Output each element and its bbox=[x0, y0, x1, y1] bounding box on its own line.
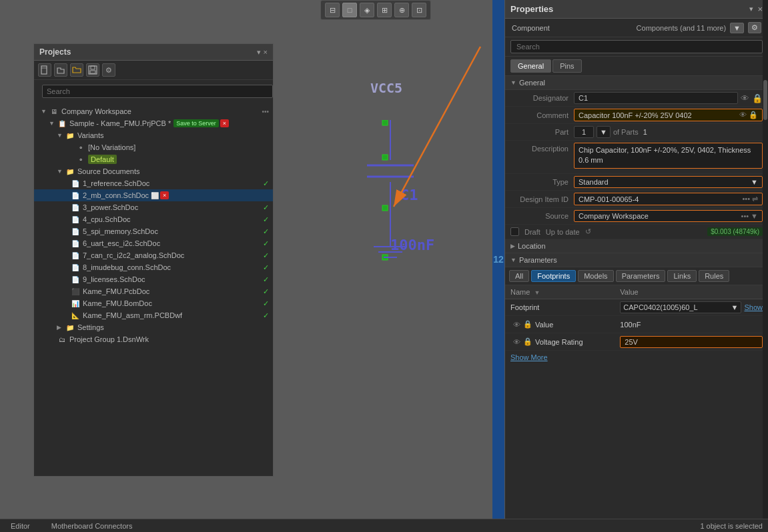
net-btn[interactable]: ⊕ bbox=[394, 3, 409, 17]
properties-scrollbar[interactable] bbox=[763, 0, 768, 532]
wire-btn[interactable]: ◈ bbox=[360, 3, 374, 17]
components-settings-btn[interactable]: ⚙ bbox=[748, 22, 761, 33]
footprint-dropdown[interactable]: CAPC0402(1005)60_L ▼ bbox=[620, 301, 741, 313]
parameters-table: Name ▼ Value Footprint CAPC0402(1005)60_… bbox=[505, 285, 768, 351]
tree-sch-3[interactable]: 📄 3_power.SchDoc ✓ bbox=[34, 201, 273, 213]
params-tab-rules[interactable]: Rules bbox=[699, 270, 729, 282]
tab-pins[interactable]: Pins bbox=[552, 59, 581, 73]
tree-project-group[interactable]: 🗂 Project Group 1.DsnWrk bbox=[34, 333, 273, 345]
rect-select-btn[interactable]: □ bbox=[342, 3, 357, 17]
tree-workspace[interactable]: ▼ 🖥 Company Workspace ••• bbox=[34, 105, 273, 117]
type-select[interactable]: Standard ▼ bbox=[574, 176, 763, 188]
status-tab-motherboard[interactable]: Motherboard Connectors bbox=[46, 519, 138, 532]
status-tab-editor[interactable]: Editor bbox=[5, 519, 35, 532]
col-value-header[interactable]: Value bbox=[615, 285, 768, 299]
params-tab-parameters[interactable]: Parameters bbox=[616, 270, 666, 282]
designator-eye-btn[interactable]: 👁 bbox=[741, 93, 749, 103]
footprint-value-wrapper: CAPC0402(1005)60_L ▼ Show bbox=[620, 301, 763, 313]
tree-sch-6[interactable]: 📄 6_uart_esc_i2c.SchDoc ✓ bbox=[34, 237, 273, 249]
tree-source-docs[interactable]: ▼ 📁 Source Documents bbox=[34, 165, 273, 177]
source-field[interactable]: Company Workspace ••• ▼ bbox=[574, 210, 763, 222]
panel-close-btn[interactable]: × bbox=[264, 48, 268, 56]
open-file-btn[interactable] bbox=[54, 63, 67, 77]
comment-icons: 👁 🔒 bbox=[739, 111, 758, 119]
components-filter-btn[interactable]: ▼ bbox=[730, 23, 744, 33]
tree-default-variant[interactable]: ⚬ Default bbox=[34, 153, 273, 165]
tree-sch-1[interactable]: 📄 1_reference.SchDoc ✓ bbox=[34, 177, 273, 189]
designator-label: Designator bbox=[510, 94, 574, 102]
filter-btn[interactable]: ⊟ bbox=[325, 3, 340, 17]
value-param-value: 100nF bbox=[620, 321, 641, 329]
design-item-id-field[interactable]: CMP-001-00065-4 ••• ⇌ bbox=[574, 193, 763, 205]
bus-btn[interactable]: ⊞ bbox=[377, 3, 392, 17]
tab-general[interactable]: General bbox=[510, 59, 551, 73]
draft-label: Draft bbox=[524, 228, 540, 236]
new-file-btn[interactable] bbox=[38, 63, 51, 77]
draft-checkbox[interactable] bbox=[510, 227, 519, 236]
project-close-btn[interactable]: × bbox=[220, 119, 229, 127]
tree-project[interactable]: ▼ 📋 Sample - Kame_FMU.PrjPCB * Save to S… bbox=[34, 117, 273, 129]
design-id-more-icon[interactable]: ••• bbox=[742, 195, 750, 203]
col-name-header[interactable]: Name ▼ bbox=[505, 285, 615, 299]
tree-variants[interactable]: ▼ 📁 Variants bbox=[34, 129, 273, 141]
panel-pin-btn[interactable]: ▾ bbox=[257, 48, 261, 57]
settings-btn[interactable]: ⚙ bbox=[102, 63, 115, 77]
params-tab-models[interactable]: Models bbox=[578, 270, 613, 282]
save-btn[interactable] bbox=[86, 63, 99, 77]
tree-sch-4[interactable]: 📄 4_cpu.SchDoc ✓ bbox=[34, 213, 273, 225]
sch8-check: ✓ bbox=[263, 263, 269, 272]
workspace-menu-btn[interactable]: ••• bbox=[262, 108, 269, 115]
variants-folder-icon: 📁 bbox=[65, 131, 75, 140]
sch2-close-btn[interactable]: × bbox=[160, 191, 169, 199]
voltage-name-cell: 👁 🔒 Voltage Rating bbox=[505, 333, 615, 351]
tree-no-variations[interactable]: ⚬ [No Variations] bbox=[34, 141, 273, 153]
tree-sch-2[interactable]: 📄 2_mb_conn.SchDoc ⬜ × bbox=[34, 189, 273, 201]
voltage-value-field[interactable]: 25V bbox=[620, 336, 763, 348]
properties-pin-btn[interactable]: ▾ bbox=[749, 5, 753, 13]
voltage-lock-icon[interactable]: 🔒 bbox=[523, 337, 532, 346]
comment-field[interactable]: Capacitor 100nF +/-20% 25V 0402 👁 🔒 bbox=[574, 109, 763, 121]
source-row: Source Company Workspace ••• ▼ bbox=[505, 208, 768, 225]
save-to-server-btn[interactable]: Save to Server bbox=[173, 119, 219, 127]
tree-sch-5[interactable]: 📄 5_spi_memory.SchDoc ✓ bbox=[34, 225, 273, 237]
status-message: 1 object is selected bbox=[700, 522, 763, 530]
tree-sch-8[interactable]: 📄 8_imudebug_conn.SchDoc ✓ bbox=[34, 261, 273, 273]
value-eye-icon[interactable]: 👁 bbox=[513, 321, 520, 329]
designator-lock-btn[interactable]: 🔒 bbox=[752, 93, 763, 103]
footprint-show-link[interactable]: Show bbox=[744, 303, 763, 311]
part-input[interactable] bbox=[574, 126, 594, 138]
power-btn[interactable]: ⊡ bbox=[412, 3, 426, 17]
tree-settings[interactable]: ▶ 📁 Settings bbox=[34, 321, 273, 333]
parameters-section-header[interactable]: ▼ Parameters bbox=[505, 253, 768, 267]
value-param-name: Value bbox=[535, 321, 553, 329]
location-section-header[interactable]: ▶ Location bbox=[505, 239, 768, 253]
part-dropdown[interactable]: ▼ bbox=[597, 126, 611, 138]
tree-sch-9[interactable]: 📄 9_licenses.SchDoc ✓ bbox=[34, 273, 273, 285]
properties-search-input[interactable] bbox=[510, 40, 763, 53]
source-arrow-icon[interactable]: ▼ bbox=[751, 212, 758, 220]
projects-search-input[interactable] bbox=[42, 85, 273, 98]
voltage-eye-icon[interactable]: 👁 bbox=[513, 338, 520, 346]
comment-eye-icon[interactable]: 👁 bbox=[739, 111, 747, 119]
value-lock-icon[interactable]: 🔒 bbox=[523, 320, 532, 329]
source-more-icon[interactable]: ••• bbox=[741, 212, 749, 220]
open-folder-btn[interactable] bbox=[70, 63, 83, 77]
description-field[interactable]: Chip Capacitor, 100nF +/-20%, 25V, 0402,… bbox=[574, 143, 763, 169]
tree-sch-7[interactable]: 📄 7_can_rc_i2c2_analog.SchDoc ✓ bbox=[34, 249, 273, 261]
tree-bom[interactable]: 📊 Kame_FMU.BomDoc ✓ bbox=[34, 297, 273, 309]
show-more-link[interactable]: Show More bbox=[505, 351, 768, 364]
footprint-name-cell: Footprint bbox=[505, 299, 615, 316]
comment-lock-icon[interactable]: 🔒 bbox=[749, 111, 758, 119]
source-icons: ••• ▼ bbox=[741, 212, 758, 220]
designator-input[interactable] bbox=[574, 92, 738, 104]
tree-pcb[interactable]: ⬛ Kame_FMU.PcbDoc ✓ bbox=[34, 285, 273, 297]
params-tab-all[interactable]: All bbox=[509, 270, 529, 282]
general-section-header[interactable]: ▼ General bbox=[505, 76, 768, 90]
refresh-btn[interactable]: ↺ bbox=[585, 227, 591, 236]
tree-pcbdwf[interactable]: 📐 Kame_FMU_asm_rm.PCBDwf ✓ bbox=[34, 309, 273, 321]
scrollbar-thumb[interactable] bbox=[763, 80, 767, 120]
design-id-link-icon[interactable]: ⇌ bbox=[752, 195, 758, 203]
params-tab-footprints[interactable]: Footprints bbox=[531, 270, 576, 282]
params-tab-links[interactable]: Links bbox=[667, 270, 697, 282]
properties-close-btn[interactable]: × bbox=[757, 4, 763, 14]
